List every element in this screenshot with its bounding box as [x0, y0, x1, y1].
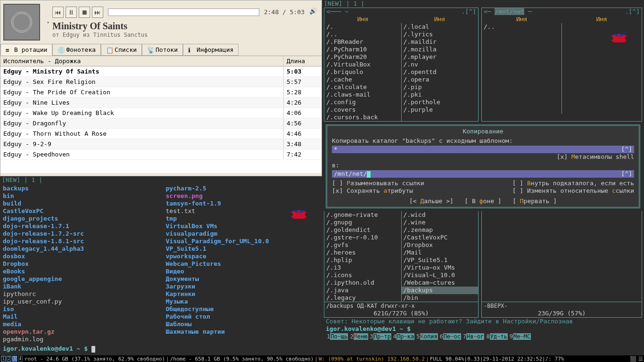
- mc-file-item[interactable]: /.: [324, 23, 401, 31]
- fkey-5[interactable]: 5Копия: [416, 333, 438, 340]
- checkbox-metachars[interactable]: [x] ММетасимволы shellетасимволы shell: [332, 153, 634, 161]
- album-art[interactable]: [3, 4, 40, 41]
- mc-file-item[interactable]: /CastleVoxPC: [402, 234, 479, 241]
- mc-file-item[interactable]: /.wine: [402, 219, 479, 226]
- mc-file-item[interactable]: /.icons: [324, 272, 401, 279]
- mc-file-item[interactable]: /.goldendict: [324, 226, 401, 234]
- mc-file-item[interactable]: /.nv: [402, 61, 479, 68]
- mc-file-item[interactable]: /.ipython.old: [324, 279, 401, 287]
- mc-file-item[interactable]: /Virtua~ox VMs: [402, 264, 479, 272]
- fkey-6[interactable]: 6Пе~ос: [440, 333, 461, 340]
- tray-icon[interactable]: ☰: [638, 356, 643, 362]
- mc-file-item[interactable]: /Dropbox: [402, 241, 479, 249]
- mc-file-item[interactable]: /.cursors.back: [324, 114, 401, 121]
- mc-file-item[interactable]: /..: [324, 31, 401, 38]
- mc-file-item[interactable]: /.purple: [402, 106, 479, 114]
- mc-file-item[interactable]: /.i3: [324, 264, 401, 272]
- playlist-row[interactable]: Edguy - Wake Up Dreaming Black4:06: [0, 108, 322, 118]
- tab-streams[interactable]: 📡Потоки: [142, 44, 183, 56]
- workspace-2[interactable]: 2: [7, 356, 11, 362]
- mc-file-item[interactable]: /.gvfs: [324, 241, 401, 249]
- tab-rotation[interactable]: ≡В ротации: [0, 44, 52, 56]
- mc-file-item[interactable]: /.lyrics: [402, 31, 479, 38]
- tab-library[interactable]: 💿Фонотека: [52, 44, 101, 56]
- fkey-3[interactable]: 3Пр~тр: [370, 333, 391, 340]
- checkbox-relative-links[interactable]: [ ] Изменять относительные ссылки: [512, 187, 634, 195]
- mc-file-item[interactable]: /.legacy: [324, 294, 401, 302]
- mc-file-item[interactable]: /.heroes: [324, 249, 401, 256]
- mc-file-item[interactable]: /Mail: [402, 249, 479, 256]
- mc-function-keys[interactable]: 1По~щь2Меню3Пр~тр4Пр~ка5Копия6Пе~ос7Нв~о…: [326, 333, 640, 340]
- shell-prompt[interactable]: igor.kovalenko@dev1 ~ $: [0, 344, 322, 354]
- fkey-2[interactable]: 2Меню: [350, 333, 368, 340]
- mc-file-item[interactable]: /.mplayer: [402, 53, 479, 61]
- mc-file-item[interactable]: /.FBReader: [324, 38, 401, 46]
- mc-file-item[interactable]: /VP_Suite5.1: [402, 256, 479, 264]
- mc-file-item[interactable]: /.calculate: [324, 83, 401, 91]
- destination-input[interactable]: /mnt/net/[^]: [332, 170, 634, 178]
- mc-file-item[interactable]: /.local: [402, 23, 479, 31]
- mc-file-item[interactable]: /.porthole: [402, 99, 479, 106]
- mc-file-item[interactable]: /.mozilla: [402, 46, 479, 53]
- mc-file-item[interactable]: /.cache: [324, 76, 401, 83]
- mc-file-item[interactable]: /.covers: [324, 106, 401, 114]
- mc-file-item[interactable]: /bin: [402, 294, 479, 302]
- chevron-down-icon[interactable]: ▾: [47, 20, 50, 25]
- progress-bar[interactable]: [108, 8, 259, 16]
- fkey-8[interactable]: 8Уд~ть: [486, 333, 507, 340]
- abort-button[interactable]: [ Прервать ]: [512, 197, 557, 205]
- background-button[interactable]: [ В фоне ]: [464, 197, 501, 205]
- fkey-1[interactable]: 1По~щь: [327, 333, 348, 340]
- playlist-row[interactable]: Edguy - Thorn Without A Rose4:46: [0, 129, 322, 139]
- continue-button[interactable]: [< Дальше >]: [409, 197, 454, 205]
- mc-file-item[interactable]: /.pip: [402, 83, 479, 91]
- workspace-4[interactable]: 4: [18, 356, 23, 362]
- mc-file-item[interactable]: /.gnome~rivate: [324, 211, 401, 219]
- checkbox-preserve-attrs[interactable]: [x] Сохранять атрибуты: [332, 187, 413, 195]
- prev-icon[interactable]: ⏮: [52, 7, 64, 18]
- mc-file-item[interactable]: /.gnupg: [324, 219, 401, 226]
- mc-file-item[interactable]: /.PyCharm20: [324, 53, 401, 61]
- mc-file-item[interactable]: /Visual~L_10.0: [402, 272, 479, 279]
- next-icon[interactable]: ⏭: [92, 7, 103, 18]
- mc-file-item[interactable]: /.maildir: [402, 38, 479, 46]
- checkbox-deref[interactable]: [ ] Разыменовывать ссылки: [332, 180, 424, 187]
- mc-file-item[interactable]: /.config: [324, 99, 401, 106]
- mc-file-item[interactable]: /.openttd: [402, 68, 479, 76]
- terminal-right[interactable]: [NEW] | 1 | <─── ~ .[^] ИмяИмя /./../.FB…: [322, 0, 644, 355]
- tray-icon[interactable]: ⬛: [630, 356, 636, 362]
- playlist-row[interactable]: Edguy - Ministry Of Saints5:03: [0, 66, 322, 77]
- term-tabs[interactable]: [NEW] | 1 |: [0, 176, 322, 184]
- stop-icon[interactable]: ⏹: [79, 7, 90, 18]
- playlist-row[interactable]: Edguy - Nine Lives4:26: [0, 98, 322, 108]
- mc-file-item[interactable]: /.opera: [402, 76, 479, 83]
- mc-file-item[interactable]: /.claws-mail: [324, 91, 401, 99]
- playlist-row[interactable]: Edguy - Speedhoven7:42: [0, 149, 322, 160]
- playlist-row[interactable]: Edguy - The Pride Of Creation5:28: [0, 87, 322, 98]
- playlist-row[interactable]: Edguy - Dragonfly4:56: [0, 118, 322, 129]
- fkey-9[interactable]: 9Ме~МС: [510, 333, 531, 340]
- workspace-3[interactable]: 3: [12, 356, 17, 362]
- tab-info[interactable]: ℹИнформация: [183, 44, 239, 56]
- mc-file-item[interactable]: /.gstre~r-0.10: [324, 234, 401, 241]
- mc-file-item[interactable]: /.wicd: [402, 211, 479, 219]
- terminal-left[interactable]: [NEW] | 1 | backupsbinbuildCastleVoxPCdj…: [0, 176, 322, 355]
- mc-file-item[interactable]: /Webcam~ctures: [402, 279, 479, 287]
- mc-tabs[interactable]: [NEW] | 1 |: [322, 0, 644, 8]
- mc-panel-right[interactable]: <─ /mnt/net ─.[^] ИмяИмя /..: [481, 8, 642, 122]
- workspace-1[interactable]: 1: [1, 356, 6, 362]
- mc-panel-left[interactable]: <─── ~ .[^] ИмяИмя /./../.FBReader/.PyCh…: [324, 8, 479, 122]
- tab-lists[interactable]: 📋Списки: [101, 44, 142, 56]
- mc-prompt[interactable]: igor.kovalenko@dev1 ~ $: [326, 325, 640, 333]
- mc-file-item[interactable]: /backups: [402, 287, 479, 294]
- playlist-row[interactable]: Edguy - Sex Fire Religion5:57: [0, 77, 322, 87]
- volume-icon[interactable]: 🔊: [309, 8, 319, 17]
- pause-icon[interactable]: ⏸: [66, 7, 77, 18]
- col-artist-track[interactable]: Исполнитель - Дорожка: [0, 56, 284, 66]
- pattern-input[interactable]: *[^]: [332, 146, 634, 153]
- col-length[interactable]: Длина: [284, 56, 322, 66]
- mc-file-item[interactable]: /.VirtualBox: [324, 61, 401, 68]
- mc-file-item[interactable]: /.pki: [402, 91, 479, 99]
- mc-file-item[interactable]: /.PyCharm10: [324, 46, 401, 53]
- fkey-7[interactable]: 7Нв~ог: [463, 333, 484, 340]
